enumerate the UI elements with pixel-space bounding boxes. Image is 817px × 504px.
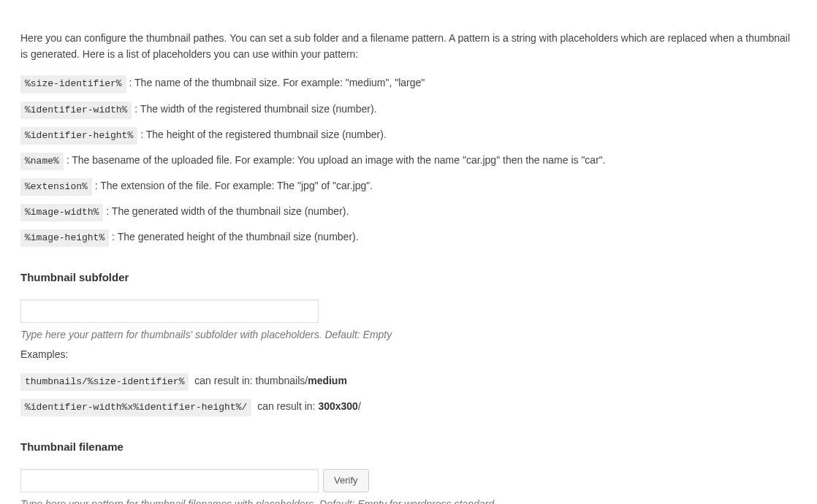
placeholder-list: %size-identifier% : The name of the thum… [20, 75, 797, 247]
placeholder-row: %size-identifier% : The name of the thum… [20, 75, 797, 93]
example-text: can result in: thumbnails/medium [194, 375, 347, 386]
example-token: thumbnails/%size-identifier% [20, 373, 189, 391]
subfolder-examples-label: Examples: [20, 347, 797, 363]
placeholder-desc: : The extension of the file. For example… [95, 180, 373, 191]
subfolder-example: thumbnails/%size-identifier% can result … [20, 373, 797, 391]
placeholder-token: %image-height% [20, 229, 109, 247]
subfolder-title: Thumbnail subfolder [20, 269, 797, 286]
filename-input[interactable] [20, 469, 319, 492]
intro-text: Here you can configure the thumbnail pat… [20, 31, 797, 62]
placeholder-row: %name% : The basename of the uploaded fi… [20, 153, 797, 170]
subfolder-input[interactable] [20, 299, 319, 323]
placeholder-row: %image-height% : The generated height of… [20, 229, 797, 247]
placeholder-row: %identifier-width% : The width of the re… [20, 102, 797, 119]
placeholder-desc: : The basename of the uploaded file. For… [66, 154, 606, 166]
placeholder-token: %identifier-width% [20, 102, 132, 119]
filename-hint: Type here your pattern for thumbnail fil… [20, 497, 797, 504]
placeholder-desc: : The name of the thumbnail size. For ex… [129, 77, 425, 88]
placeholder-row: %extension% : The extension of the file.… [20, 178, 797, 196]
placeholder-token: %image-width% [20, 204, 103, 221]
placeholder-row: %identifier-height% : The height of the … [20, 127, 797, 145]
placeholder-token: %name% [20, 153, 64, 170]
example-token: %identifier-width%x%identifier-height%/ [20, 399, 251, 416]
placeholder-desc: : The generated height of the thumbnail … [112, 231, 359, 243]
placeholder-desc: : The height of the registered thumbnail… [140, 129, 387, 140]
example-text: can result in: 300x300/ [257, 400, 361, 412]
placeholder-token: %size-identifier% [20, 75, 126, 93]
placeholder-row: %image-width% : The generated width of t… [20, 204, 797, 221]
placeholder-token: %extension% [20, 178, 92, 196]
subfolder-hint: Type here your pattern for thumbnails' s… [20, 327, 797, 343]
subfolder-example: %identifier-width%x%identifier-height%/ … [20, 399, 797, 416]
placeholder-desc: : The width of the registered thumbnail … [134, 103, 376, 115]
verify-button[interactable]: Verify [323, 469, 369, 492]
placeholder-token: %identifier-height% [20, 127, 137, 145]
placeholder-desc: : The generated width of the thumbnail s… [106, 205, 349, 217]
filename-title: Thumbnail filename [20, 438, 797, 455]
